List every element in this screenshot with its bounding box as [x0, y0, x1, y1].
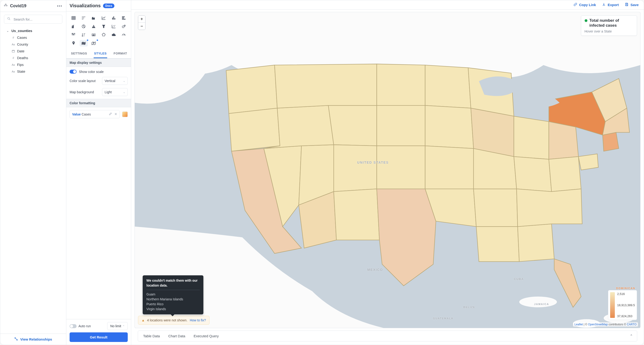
color-scale-layout-label: Color scale layout: [70, 79, 96, 83]
copy-link-button[interactable]: Copy Link: [574, 3, 596, 7]
leaflet-link[interactable]: Leaflet: [574, 323, 583, 326]
column-county[interactable]: AaCounty: [2, 41, 64, 48]
chevron-down-icon: ⌄: [6, 29, 10, 33]
color-scale-layout-select[interactable]: Vertical ⌄: [102, 77, 128, 85]
zoom-in-button[interactable]: +: [138, 16, 145, 23]
viz-hbar-icon[interactable]: [120, 15, 128, 21]
osm-link[interactable]: OpenStreetMap: [588, 323, 608, 326]
color-legend: 2,516 18,913,389.5 37,824,263: [608, 290, 637, 320]
viz-bubble-icon[interactable]: [120, 23, 128, 30]
edit-icon[interactable]: [109, 112, 112, 116]
column-fips[interactable]: AaFips: [2, 61, 64, 68]
svg-rect-22: [74, 33, 75, 34]
viz-geo-point-icon[interactable]: [70, 40, 78, 47]
viz-combo-icon[interactable]: [70, 23, 78, 30]
column-cases[interactable]: #Cases: [2, 34, 64, 41]
map-title: Total number of infected cases: [589, 18, 634, 28]
viz-kpi-icon[interactable]: KPI: [90, 32, 98, 38]
tab-settings[interactable]: SETTINGS: [70, 49, 88, 58]
auto-run-label: Auto run: [78, 324, 91, 328]
text-icon: Aa: [12, 70, 15, 73]
text-icon: Aa: [12, 43, 15, 46]
svg-point-19: [124, 25, 125, 26]
main-area: Copy Link Export Save: [131, 0, 644, 345]
how-to-fix-link[interactable]: How to fix?: [190, 318, 206, 322]
map-svg: [135, 12, 640, 328]
map-info-box: ✺ Total number of infected cases Hover o…: [581, 16, 637, 36]
viz-area-icon[interactable]: [90, 15, 98, 21]
expand-results-button[interactable]: ⌃: [630, 334, 633, 338]
row-limit-select[interactable]: No limit ⌄: [107, 322, 128, 330]
map-background-select[interactable]: Light ⌄: [102, 88, 128, 96]
section-body-display: Show color scale Color scale layout Vert…: [66, 67, 131, 99]
viz-bar-icon[interactable]: [110, 15, 118, 21]
top-toolbar: Copy Link Export Save: [131, 0, 644, 10]
calendar-icon: [12, 50, 15, 53]
export-button[interactable]: Export: [602, 3, 619, 7]
legend-mid: 18,913,389.5: [617, 303, 635, 307]
close-icon[interactable]: ✕: [114, 112, 117, 116]
more-menu-button[interactable]: •••: [57, 4, 62, 8]
docs-badge[interactable]: Docs: [103, 4, 114, 8]
svg-point-29: [93, 43, 94, 44]
viz-geo-bubble-icon[interactable]: [90, 40, 98, 47]
get-result-button[interactable]: Get Result: [70, 332, 128, 342]
tooltip-item: Virgin Islands: [146, 307, 200, 311]
text-icon: Aa: [12, 63, 15, 66]
viz-gauge-icon[interactable]: [120, 32, 128, 38]
viz-cloud-icon[interactable]: [110, 32, 118, 38]
zoom-out-button[interactable]: −: [138, 23, 145, 30]
svg-point-31: [519, 297, 557, 307]
project-title: Covid19: [4, 4, 26, 9]
column-date[interactable]: Date: [2, 48, 64, 55]
viz-radar-icon[interactable]: [100, 32, 108, 38]
viz-heatmap-icon[interactable]: [70, 32, 78, 38]
viz-pivot-icon[interactable]: [80, 15, 88, 21]
svg-rect-20: [72, 33, 73, 34]
viz-settings-tabs: SETTINGS STYLES FORMAT: [66, 49, 131, 59]
viz-line-icon[interactable]: [100, 15, 108, 21]
svg-rect-25: [74, 34, 75, 35]
carto-link[interactable]: CARTO: [627, 323, 636, 326]
sidebar-header: Covid19 •••: [0, 0, 66, 12]
warning-text: 4 locations were not shown.: [147, 318, 188, 322]
viz-type-grid: KPI: [66, 12, 131, 48]
search-input-container[interactable]: [4, 15, 62, 24]
table-node-us-counties[interactable]: ⌄ Us_counties: [2, 27, 64, 34]
search-input[interactable]: [13, 17, 59, 22]
map-attribution: Leaflet | © OpenStreetMap contributors ©…: [573, 322, 638, 326]
toggle-auto-run[interactable]: [70, 324, 76, 328]
color-swatch[interactable]: [122, 112, 128, 117]
viz-table-icon[interactable]: [70, 15, 78, 21]
color-measure-chip[interactable]: Value Cases ✕: [70, 110, 120, 118]
view-relationships-button[interactable]: View Relationships: [0, 333, 66, 345]
save-button[interactable]: Save: [625, 3, 639, 7]
viz-scatter-icon[interactable]: [110, 23, 118, 30]
tab-table-data[interactable]: Table Data: [143, 334, 160, 338]
tab-styles[interactable]: STYLES: [94, 49, 107, 58]
section-header-display: Map display settings: [66, 59, 131, 67]
svg-point-14: [112, 27, 113, 27]
viz-sort-icon[interactable]: [80, 32, 88, 38]
viz-pyramid-icon[interactable]: [90, 23, 98, 30]
svg-rect-4: [72, 16, 76, 20]
svg-point-28: [73, 42, 74, 43]
column-state[interactable]: AaState: [2, 68, 64, 75]
tab-executed-query[interactable]: Executed Query: [194, 334, 219, 338]
svg-point-17: [114, 25, 115, 26]
section-header-color: Color formatting: [66, 99, 131, 107]
column-deaths[interactable]: #Deaths: [2, 55, 64, 61]
tab-format[interactable]: FORMAT: [113, 49, 128, 58]
toggle-show-color-scale[interactable]: [70, 70, 76, 74]
map-subtitle: Hover over a State: [584, 30, 634, 33]
viz-funnel-icon[interactable]: [100, 23, 108, 30]
svg-rect-11: [72, 27, 73, 28]
viz-pie-icon[interactable]: [80, 23, 88, 30]
tab-chart-data[interactable]: Chart Data: [168, 334, 186, 338]
svg-text:KPI: KPI: [92, 34, 95, 36]
svg-rect-5: [112, 18, 113, 20]
viz-choropleth-icon[interactable]: [80, 40, 88, 47]
choropleth-map[interactable]: + − ✺ Total number of infected cases Hov…: [134, 12, 640, 328]
viz-panel-footer: Auto run No limit ⌄ Get Result: [66, 319, 131, 345]
chevron-down-icon: ⌄: [123, 80, 125, 83]
